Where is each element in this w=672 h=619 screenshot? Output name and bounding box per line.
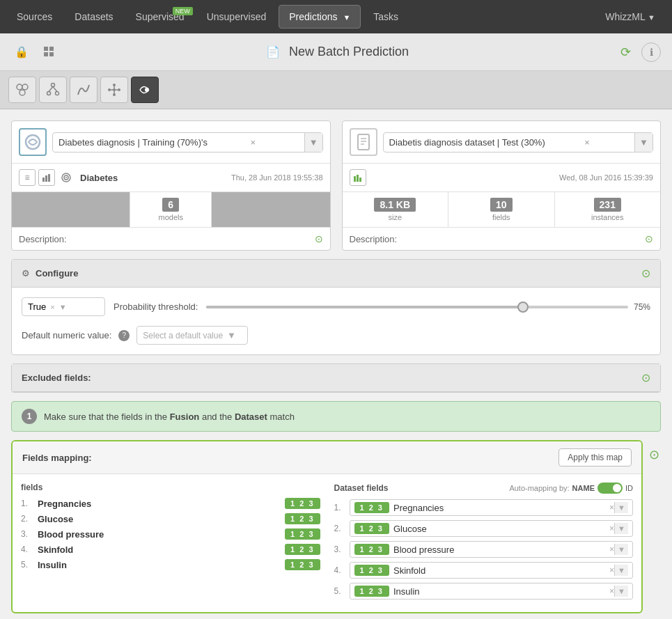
dataset-dropdown-arrow[interactable]: ▼ [634,133,653,152]
dataset-field-clear-3[interactable]: × [609,544,614,554]
model-desc-expand[interactable]: ⊙ [315,233,323,244]
model-list-icon[interactable]: ≡ [19,169,36,186]
tool-tree[interactable] [39,77,67,103]
apply-map-button[interactable]: Apply this map [558,448,632,467]
nav-datasets[interactable]: Datasets [65,6,123,28]
dataset-field-clear-5[interactable]: × [609,586,614,596]
true-clear-btn[interactable]: × [50,303,54,311]
dataset-field-clear-1[interactable]: × [609,503,614,512]
model-date: Thu, 28 Jun 2018 19:55:38 [231,173,323,182]
dataset-info-row: Wed, 08 Jun 2016 15:39:39 [343,164,661,192]
field-row: 1. Pregnancies 1 2 3 [21,498,320,509]
info-icon[interactable]: ℹ [641,42,661,62]
svg-rect-25 [48,174,50,182]
nav-tasks[interactable]: Tasks [364,6,408,28]
model-dropdown-arrow[interactable]: ▼ [304,133,322,152]
refresh-icon[interactable]: ⟳ [615,42,636,63]
nav-supervised[interactable]: Supervised NEW [126,6,194,28]
model-stat-empty2 [212,192,329,227]
model-target-icon [58,169,75,186]
nav-predictions[interactable]: Predictions ▼ [279,5,361,29]
dataset-field-num-3: 3. [334,544,347,554]
dataset-field-arrow-5[interactable]: ▼ [614,586,628,597]
dataset-stat-fields: 10 fields [448,192,555,227]
dataset-col-header: Dataset fields Auto-mapping by: NAME ID [334,483,634,494]
nav-unsupervised[interactable]: Unsupervised [197,6,276,28]
dataset-field-arrow-4[interactable]: ▼ [614,565,628,576]
auto-mapping-switch[interactable] [597,483,623,494]
field-name-1: Pregnancies [38,499,281,509]
info-dataset-word: Dataset [235,412,267,422]
dataset-field-arrow-2[interactable]: ▼ [614,523,628,534]
dataset-field-clear-4[interactable]: × [609,565,614,575]
auto-mapping-toggle: Auto-mapping by: NAME ID [509,483,633,494]
dataset-field-input-5[interactable]: 1 2 3 Insulin × ▼ [350,583,634,600]
dataset-field-arrow-1[interactable]: ▼ [614,502,628,513]
dataset-desc-expand[interactable]: ⊙ [645,233,653,244]
model-clear-btn[interactable]: × [251,137,256,148]
excluded-fields-expand[interactable]: ⊙ [641,371,650,384]
dataset-field-name-4: Skinfold [389,565,609,576]
dataset-field-clear-2[interactable]: × [609,524,614,533]
dataset-field-arrow-3[interactable]: ▼ [614,544,628,555]
info-and-word: and the [202,412,235,422]
nav-sources[interactable]: Sources [7,6,62,28]
grid-icon[interactable] [39,42,60,63]
dataset-field-input-3[interactable]: 1 2 3 Blood pressure × ▼ [350,541,634,558]
info-fusion-word: Fusion [170,412,200,422]
dataset-field-name-3: Blood pressure [389,544,609,555]
dataset-chart-icon[interactable] [350,169,366,186]
page-title: 📄 New Batch Prediction [60,45,615,59]
slider-thumb[interactable] [517,301,529,313]
default-select-arrow[interactable]: ▼ [227,330,236,340]
dataset-clear-btn[interactable]: × [584,137,590,148]
tool-linear[interactable] [70,77,97,103]
excluded-fields-header[interactable]: Excluded fields: ⊙ [12,364,660,392]
model-description[interactable]: Description: ⊙ [12,228,330,250]
default-select[interactable]: Select a default value ▼ [136,326,248,345]
configure-expand-icon[interactable]: ⊙ [641,267,650,280]
dataset-field-row: 3. 1 2 3 Blood pressure × ▼ [334,541,634,558]
field-row: 3. Blood pressure 1 2 3 [21,528,320,540]
field-name-5: Insulin [38,560,281,570]
lock-icon[interactable]: 🔒 [11,42,32,63]
dataset-stat-size: 8.1 KB size [343,192,449,227]
dataset-field-input-1[interactable]: 1 2 3 Pregnancies × ▼ [350,499,634,516]
true-dropdown-arrow[interactable]: ▼ [59,303,67,311]
svg-point-8 [47,92,51,95]
model-chart-icon[interactable] [38,169,55,186]
fields-col-header: fields [21,483,320,492]
field-num-1: 1. [21,499,33,508]
fields-mapping-section: Fields mapping: Apply this map fields 1.… [11,440,643,613]
svg-line-11 [53,87,57,92]
dataset-field-input-2[interactable]: 1 2 3 Glucose × ▼ [350,520,634,537]
dataset-field-input-4[interactable]: 1 2 3 Skinfold × ▼ [350,562,634,579]
fields-mapping-side-expand[interactable]: ⊙ [647,440,661,462]
dataset-field-num-2: 2. [334,524,347,533]
probability-config-row: True × ▼ Probability threshold: 75% [22,297,650,316]
dataset-select[interactable]: Diabetis diagnosis dataset | Test (30%) … [383,132,654,152]
svg-rect-1 [49,47,54,51]
info-match-word: match [270,412,295,422]
svg-rect-24 [45,175,47,182]
header-bar: 🔒 📄 New Batch Prediction ⟳ ℹ [0,33,672,71]
model-select[interactable]: Diabetes diagnosis | Training (70%)'s × … [52,132,323,152]
slider-fill [206,306,522,308]
svg-rect-35 [359,178,361,182]
field-num-2: 2. [21,514,33,524]
svg-point-28 [65,177,67,178]
configure-header[interactable]: ⚙ Configure ⊙ [12,260,660,288]
svg-rect-3 [49,52,54,56]
tool-predict[interactable] [131,77,159,103]
slider-value: 75% [634,302,650,312]
tool-network[interactable] [100,77,128,103]
true-dropdown[interactable]: True × ▼ [22,297,105,316]
dataset-field-row: 1. 1 2 3 Pregnancies × ▼ [334,499,634,516]
tool-ensemble[interactable] [8,77,36,103]
nav-whizzml[interactable]: WhizzML ▼ [595,6,665,28]
dataset-field-name-5: Insulin [389,586,609,597]
top-navigation: Sources Datasets Supervised NEW Unsuperv… [0,0,672,33]
probability-slider[interactable]: 75% [206,302,650,312]
dataset-description[interactable]: Description: ⊙ [343,228,661,250]
help-icon[interactable]: ? [118,330,130,341]
